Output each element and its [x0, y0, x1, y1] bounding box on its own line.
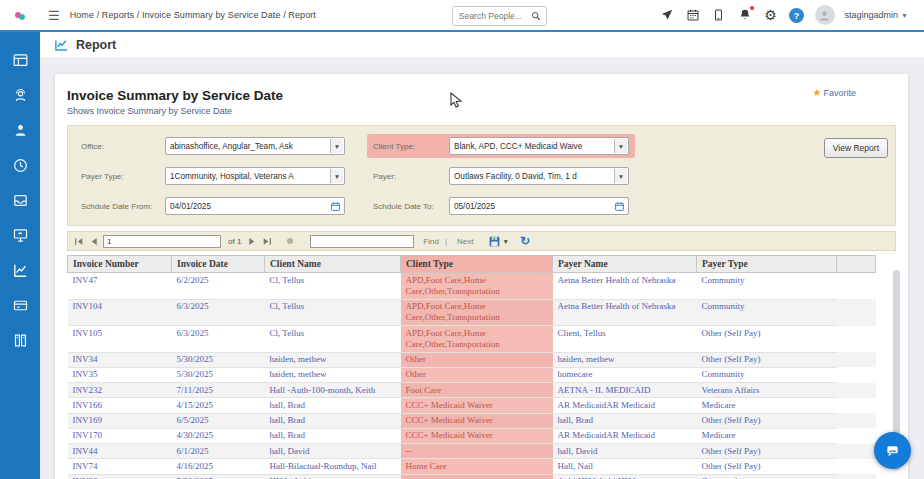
- dropdown-icon[interactable]: ▼: [614, 139, 627, 153]
- prev-page-icon[interactable]: [90, 237, 98, 246]
- cell-invoice-number[interactable]: INV169: [68, 413, 172, 428]
- first-page-icon[interactable]: [74, 237, 84, 246]
- training-icon[interactable]: [12, 227, 29, 244]
- col-payer-type[interactable]: Payer Type: [697, 256, 837, 273]
- cell-invoice-number[interactable]: INV170: [68, 428, 172, 443]
- col-invoice-date[interactable]: Invoice Date: [172, 256, 265, 273]
- cell-invoice-number[interactable]: INV44: [68, 444, 172, 459]
- cell-client-name[interactable]: hall, David: [265, 444, 401, 459]
- view-report-button[interactable]: View Report: [824, 138, 888, 158]
- export-button[interactable]: ▼: [488, 235, 508, 248]
- send-icon[interactable]: [659, 7, 675, 23]
- cell-client-name[interactable]: Cl, Tellus: [265, 326, 401, 353]
- cell-client-name[interactable]: haiden, methew: [265, 352, 401, 367]
- avatar[interactable]: [815, 5, 835, 25]
- cell-invoice-number[interactable]: INV166: [68, 398, 172, 413]
- notifications-icon[interactable]: [737, 7, 753, 23]
- date-from-input[interactable]: 04/01/2025: [165, 197, 345, 215]
- library-icon[interactable]: [12, 332, 29, 349]
- cell-invoice-number[interactable]: INV34: [68, 352, 172, 367]
- zoom-select-icon[interactable]: [287, 238, 293, 244]
- breadcrumb[interactable]: Home / Reports / Invoice Summary by Serv…: [70, 10, 316, 20]
- table-row[interactable]: INV44 6/1/2025 hall, David -- hall, Davi…: [68, 444, 876, 459]
- inbox-icon[interactable]: [12, 192, 29, 209]
- app-logo[interactable]: [0, 11, 40, 20]
- search-box[interactable]: [452, 6, 547, 26]
- cell-client-name[interactable]: hall, Brad: [265, 413, 401, 428]
- cell-payer-name[interactable]: homecare: [553, 367, 697, 382]
- payer-type-select[interactable]: 1Community, Hospital, Veterans A▼: [165, 167, 345, 185]
- user-menu[interactable]: stagingadmin ▼: [845, 10, 908, 20]
- table-row[interactable]: INV35 5/30/2025 haiden, methew Other hom…: [68, 367, 876, 382]
- reports-icon[interactable]: [12, 262, 29, 279]
- cell-client-name[interactable]: Cl, Tellus: [265, 299, 401, 326]
- office-select[interactable]: abinashoffice, Angular_Team, Ask▼: [165, 137, 345, 155]
- last-page-icon[interactable]: [262, 237, 272, 246]
- table-row[interactable]: INV166 4/15/2025 hall, Brad CCC+ Medicai…: [68, 398, 876, 413]
- cell-client-name[interactable]: Hall -Auth-100-month, Keith: [265, 383, 401, 398]
- cell-payer-name[interactable]: AR MedicaidAR Medicaid: [553, 428, 697, 443]
- col-payer-name[interactable]: Payer Name: [553, 256, 697, 273]
- favorite-button[interactable]: ★ Favorite: [813, 87, 856, 98]
- table-row[interactable]: INV34 5/30/2025 haiden, methew Other hai…: [68, 352, 876, 367]
- next-page-icon[interactable]: [248, 237, 256, 246]
- find-link[interactable]: Find: [423, 237, 439, 246]
- calendar-icon[interactable]: [614, 201, 625, 212]
- client-type-select[interactable]: Blank, APD, CCC+ Medicaid Waive▼: [449, 137, 629, 155]
- help-icon[interactable]: ?: [789, 7, 805, 23]
- cell-client-name[interactable]: hall, Brad: [265, 398, 401, 413]
- table-row[interactable]: INV47 6/2/2025 Cl, Tellus APD,Foot Care,…: [68, 273, 876, 300]
- calendar-icon[interactable]: [330, 201, 341, 212]
- cell-payer-name[interactable]: haiden, methew: [553, 352, 697, 367]
- chat-launcher-button[interactable]: [874, 432, 911, 469]
- refresh-icon[interactable]: ↻: [520, 235, 530, 247]
- cell-invoice-number[interactable]: INV232: [68, 383, 172, 398]
- table-row[interactable]: INV104 6/3/2025 Cl, Tellus APD,Foot Care…: [68, 299, 876, 326]
- calendar-icon[interactable]: [685, 7, 701, 23]
- table-row[interactable]: INV36 5/30/2025 HHA, Ankit -- AnkitHHAAn…: [68, 474, 876, 479]
- dropdown-icon[interactable]: ▼: [330, 139, 343, 153]
- page-number-input[interactable]: [103, 235, 221, 248]
- next-link[interactable]: Next: [457, 237, 473, 246]
- schedule-icon[interactable]: [12, 157, 29, 174]
- cell-payer-name[interactable]: Aetna Better Health of Nebraska: [553, 273, 697, 300]
- cell-payer-name[interactable]: AnkitHHAAnkitHHA: [553, 474, 697, 479]
- cell-payer-name[interactable]: AR MedicaidAR Medicaid: [553, 398, 697, 413]
- table-row[interactable]: INV169 6/5/2025 hall, Brad CCC+ Medicaid…: [68, 413, 876, 428]
- dropdown-icon[interactable]: ▼: [330, 169, 343, 183]
- find-text-input[interactable]: [310, 235, 414, 248]
- cell-payer-name[interactable]: hall, Brad: [553, 413, 697, 428]
- settings-icon[interactable]: ⚙: [763, 7, 779, 23]
- clients-icon[interactable]: [12, 122, 29, 139]
- cell-payer-name[interactable]: AETNA - IL MEDICAID: [553, 383, 697, 398]
- menu-icon[interactable]: ☰: [48, 8, 60, 23]
- cell-invoice-number[interactable]: INV74: [68, 459, 172, 474]
- mobile-icon[interactable]: [711, 7, 727, 23]
- table-row[interactable]: INV232 7/11/2025 Hall -Auth-100-month, K…: [68, 383, 876, 398]
- cell-client-name[interactable]: haiden, methew: [265, 367, 401, 382]
- cell-payer-name[interactable]: Client, Tellus: [553, 326, 697, 353]
- table-row[interactable]: INV170 4/30/2025 hall, Brad CCC+ Medicai…: [68, 428, 876, 443]
- table-row[interactable]: INV105 6/3/2025 Cl, Tellus APD,Foot Care…: [68, 326, 876, 353]
- cell-client-name[interactable]: HHA, Ankit: [265, 474, 401, 479]
- cell-payer-name[interactable]: Aetna Better Health of Nebraska: [553, 299, 697, 326]
- contacts-icon[interactable]: [12, 87, 29, 104]
- billing-icon[interactable]: [12, 297, 29, 314]
- cell-invoice-number[interactable]: INV47: [68, 273, 172, 300]
- cell-invoice-number[interactable]: INV36: [68, 474, 172, 479]
- cell-invoice-number[interactable]: INV104: [68, 299, 172, 326]
- cell-payer-name[interactable]: Hall, Nail: [553, 459, 697, 474]
- search-input[interactable]: [453, 11, 531, 21]
- payer-select[interactable]: Outlaws Facility, 0 David, Tim, 1 d▼: [449, 167, 629, 185]
- dropdown-icon[interactable]: ▼: [614, 169, 627, 183]
- cell-payer-name[interactable]: hall, David: [553, 444, 697, 459]
- cell-invoice-number[interactable]: INV35: [68, 367, 172, 382]
- col-client-type[interactable]: Client Type: [401, 256, 553, 273]
- cell-client-name[interactable]: hall, Brad: [265, 428, 401, 443]
- date-to-input[interactable]: 05/01/2025: [449, 197, 629, 215]
- cell-client-name[interactable]: Cl, Tellus: [265, 273, 401, 300]
- col-client-name[interactable]: Client Name: [265, 256, 401, 273]
- cell-client-name[interactable]: Hall-Bilactual-Roundup, Nail: [265, 459, 401, 474]
- cell-invoice-number[interactable]: INV105: [68, 326, 172, 353]
- col-invoice-number[interactable]: Invoice Number: [68, 256, 172, 273]
